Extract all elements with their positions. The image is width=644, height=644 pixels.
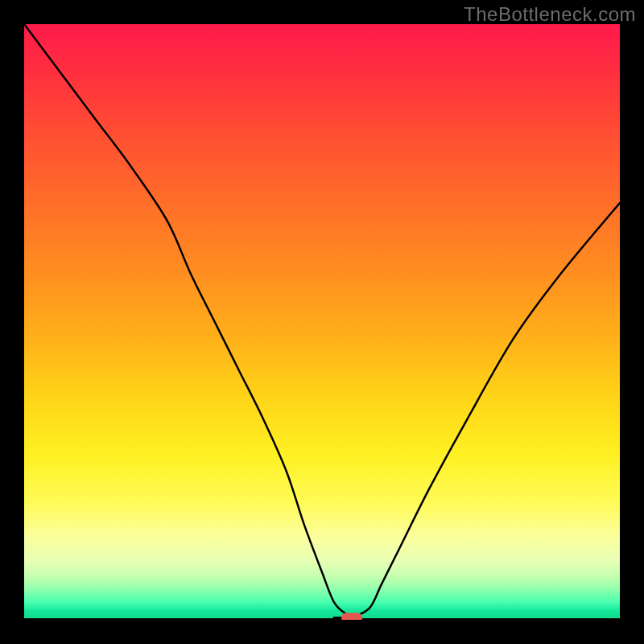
chart-frame: TheBottleneck.com <box>0 0 644 644</box>
plot-area <box>24 24 620 620</box>
minimum-marker <box>341 613 362 620</box>
bottleneck-curve <box>24 24 620 620</box>
watermark-text: TheBottleneck.com <box>464 3 636 26</box>
